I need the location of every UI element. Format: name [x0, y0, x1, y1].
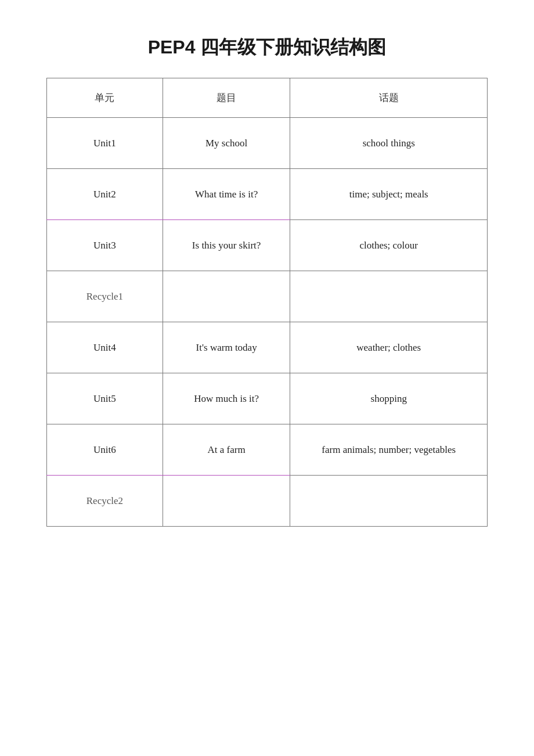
table-row: Unit1My schoolschool things — [47, 118, 488, 169]
cell-unit: Unit4 — [47, 322, 163, 373]
cell-topic: How much is it? — [163, 373, 290, 424]
cell-content: clothes; colour — [290, 220, 488, 271]
cell-unit: Recycle2 — [47, 476, 163, 527]
header-unit: 单元 — [47, 78, 163, 118]
cell-topic — [163, 271, 290, 322]
table-row: Recycle1 — [47, 271, 488, 322]
header-topic: 题目 — [163, 78, 290, 118]
cell-unit: Unit1 — [47, 118, 163, 169]
header-content: 话题 — [290, 78, 488, 118]
cell-content: shopping — [290, 373, 488, 424]
table-row: Unit5How much is it?shopping — [47, 373, 488, 424]
knowledge-table: 单元 题目 话题 Unit1My schoolschool thingsUnit… — [46, 78, 488, 527]
cell-unit: Unit2 — [47, 169, 163, 220]
cell-topic: My school — [163, 118, 290, 169]
cell-content: time; subject; meals — [290, 169, 488, 220]
cell-content: school things — [290, 118, 488, 169]
cell-topic: At a farm — [163, 424, 290, 476]
cell-unit: Unit5 — [47, 373, 163, 424]
table-header-row: 单元 题目 话题 — [47, 78, 488, 118]
table-row: Unit4It's warm todayweather; clothes — [47, 322, 488, 373]
page-title: PEP4 四年级下册知识结构图 — [148, 35, 387, 60]
cell-content — [290, 271, 488, 322]
cell-content: farm animals; number; vegetables — [290, 424, 488, 476]
cell-content: weather; clothes — [290, 322, 488, 373]
cell-unit: Recycle1 — [47, 271, 163, 322]
table-row: Recycle2 — [47, 476, 488, 527]
cell-unit: Unit6 — [47, 424, 163, 476]
cell-unit: Unit3 — [47, 220, 163, 271]
cell-topic: Is this your skirt? — [163, 220, 290, 271]
table-row: Unit2What time is it?time; subject; meal… — [47, 169, 488, 220]
cell-content — [290, 476, 488, 527]
cell-topic: It's warm today — [163, 322, 290, 373]
cell-topic — [163, 476, 290, 527]
table-row: Unit3Is this your skirt?clothes; colour — [47, 220, 488, 271]
cell-topic: What time is it? — [163, 169, 290, 220]
table-row: Unit6At a farmfarm animals; number; vege… — [47, 424, 488, 476]
